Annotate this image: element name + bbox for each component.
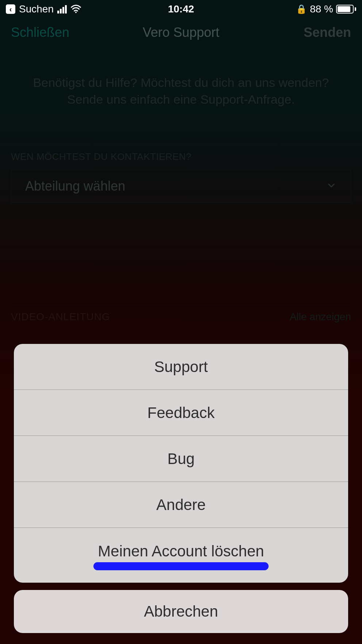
status-time: 10:42 — [168, 3, 194, 15]
sheet-option-label: Feedback — [147, 404, 215, 422]
orientation-lock-icon: 🔒 — [296, 4, 307, 14]
sheet-option-bug[interactable]: Bug — [14, 436, 348, 482]
sheet-option-other[interactable]: Andere — [14, 482, 348, 528]
nav-header: Schließen Vero Support Senden — [0, 18, 362, 47]
page-title: Vero Support — [143, 25, 219, 40]
status-bar: ‹ Suchen 10:42 🔒 88 % — [0, 0, 362, 18]
action-sheet: Support Feedback Bug Andere Meinen Accou… — [14, 344, 348, 633]
sheet-option-label: Meinen Account löschen — [98, 543, 264, 560]
send-button[interactable]: Senden — [304, 25, 351, 40]
sheet-option-label: Andere — [156, 496, 205, 514]
back-to-app-icon[interactable]: ‹ — [6, 4, 15, 14]
cellular-signal-icon — [57, 5, 67, 14]
sheet-option-feedback[interactable]: Feedback — [14, 390, 348, 436]
sheet-option-support[interactable]: Support — [14, 344, 348, 390]
sheet-option-delete-account[interactable]: Meinen Account löschen — [14, 528, 348, 583]
back-to-app-label[interactable]: Suchen — [19, 3, 54, 15]
battery-icon — [336, 5, 356, 14]
wifi-icon — [70, 4, 81, 15]
sheet-option-label: Support — [154, 358, 208, 376]
battery-percent: 88 % — [310, 3, 333, 15]
close-button[interactable]: Schließen — [11, 25, 69, 40]
svg-point-0 — [75, 12, 77, 13]
redaction-bar — [93, 562, 269, 570]
sheet-cancel-button[interactable]: Abbrechen — [14, 590, 348, 633]
sheet-option-label: Bug — [167, 450, 195, 468]
sheet-cancel-label: Abbrechen — [144, 603, 218, 620]
action-sheet-options: Support Feedback Bug Andere Meinen Accou… — [14, 344, 348, 583]
